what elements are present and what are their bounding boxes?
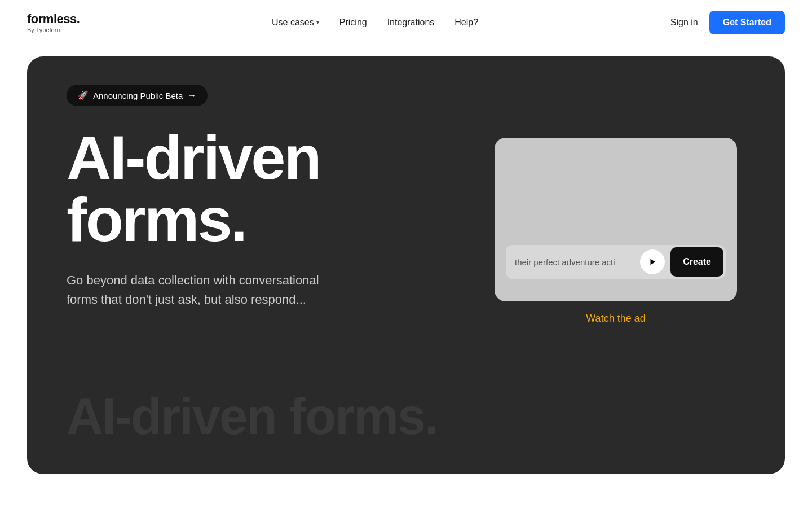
- get-started-button[interactable]: Get Started: [709, 11, 785, 34]
- video-input-row: their perfect adventure acti Create: [506, 245, 726, 279]
- logo[interactable]: formless. By Typeform: [27, 12, 80, 33]
- video-input-text: their perfect adventure acti: [515, 249, 637, 275]
- logo-sub: By Typeform: [27, 27, 80, 33]
- nav-use-cases[interactable]: Use cases ▾: [272, 17, 319, 28]
- badge-rocket-icon: 🚀: [78, 90, 89, 100]
- hero-title: AI-driven forms.: [67, 126, 394, 251]
- nav-help[interactable]: Help?: [454, 17, 478, 28]
- hero-subtitle: Go beyond data collection with conversat…: [67, 271, 337, 309]
- badge-arrow-icon: →: [187, 90, 196, 100]
- nav-pricing[interactable]: Pricing: [339, 17, 367, 28]
- svg-marker-0: [651, 259, 656, 265]
- hero-content: AI-driven forms. Go beyond data collecti…: [67, 126, 745, 325]
- navbar: formless. By Typeform Use cases ▾ Pricin…: [0, 0, 812, 45]
- hero-container: 🚀 Announcing Public Beta → AI-driven for…: [27, 56, 785, 474]
- play-button[interactable]: [640, 249, 665, 274]
- hero-right: their perfect adventure acti Create Watc…: [486, 138, 745, 325]
- hero-bg-watermark: AI-driven forms.: [67, 388, 438, 446]
- logo-brand: formless.: [27, 12, 80, 27]
- create-button[interactable]: Create: [670, 247, 723, 277]
- chevron-down-icon: ▾: [316, 19, 319, 25]
- sign-in-button[interactable]: Sign in: [670, 17, 698, 28]
- announcement-badge[interactable]: 🚀 Announcing Public Beta →: [67, 85, 208, 106]
- nav-links: Use cases ▾ Pricing Integrations Help?: [272, 17, 478, 28]
- badge-text: Announcing Public Beta: [93, 91, 183, 100]
- hero-wrapper: 🚀 Announcing Public Beta → AI-driven for…: [0, 45, 812, 491]
- play-icon: [648, 258, 656, 266]
- hero-left: AI-driven forms. Go beyond data collecti…: [67, 126, 394, 309]
- video-card-inner: their perfect adventure acti Create: [495, 138, 737, 301]
- nav-integrations[interactable]: Integrations: [387, 17, 435, 28]
- nav-actions: Sign in Get Started: [670, 11, 785, 34]
- watch-ad-link[interactable]: Watch the ad: [586, 313, 645, 325]
- video-card: their perfect adventure acti Create: [495, 138, 737, 301]
